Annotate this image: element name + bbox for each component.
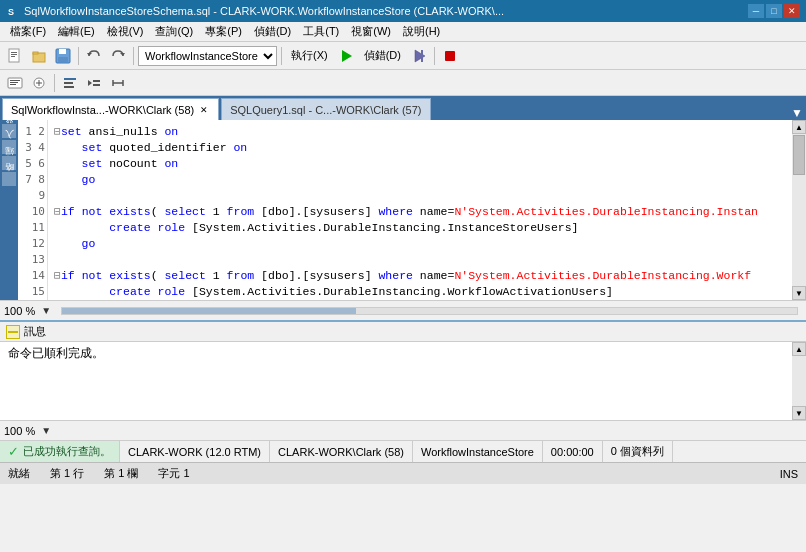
- menu-item[interactable]: 查詢(Q): [149, 22, 199, 41]
- menu-item[interactable]: 檢視(V): [101, 22, 150, 41]
- tb2-indent-btn[interactable]: [83, 72, 105, 94]
- svg-rect-24: [64, 78, 76, 80]
- zoom-bar: 100 % ▼: [0, 300, 806, 320]
- results-zoom-dropdown[interactable]: ▼: [39, 424, 53, 438]
- tb2-format-btn[interactable]: [59, 72, 81, 94]
- separator4: [434, 47, 435, 65]
- database-selector[interactable]: WorkflowInstanceStore: [138, 46, 277, 66]
- tabs-area: SqlWorkflowInsta...-WORK\Clark (58) ✕ SQ…: [0, 96, 806, 120]
- menu-bar: 檔案(F)編輯(E)檢視(V)查詢(Q)專案(P)偵錯(D)工具(T)視窗(W)…: [0, 22, 806, 42]
- scroll-up[interactable]: ▲: [792, 120, 806, 134]
- close-button[interactable]: ✕: [784, 4, 800, 18]
- results-header: 訊息: [0, 322, 806, 342]
- new-query-button[interactable]: [4, 45, 26, 67]
- bottom-col: 第 1 欄: [104, 466, 138, 481]
- redo-button[interactable]: [107, 45, 129, 67]
- bottom-bar: 就緒 第 1 行 第 1 欄 字元 1 INS: [0, 462, 806, 484]
- code-editor: 登 入 端 略 1 2 3 4 5 6 7 8 9 10 11 12 13 14…: [0, 120, 806, 300]
- tb2-comment-btn[interactable]: [107, 72, 129, 94]
- tabs-scroll[interactable]: ▼: [790, 106, 804, 120]
- status-success: ✓ 已成功執行查詢。: [0, 441, 120, 462]
- results-zoom-bar: 100 % ▼: [0, 420, 806, 440]
- svg-rect-15: [421, 50, 423, 62]
- title-bar: S SqlWorkflowInstanceStoreSchema.sql - C…: [0, 0, 806, 22]
- svg-rect-4: [11, 54, 17, 55]
- menu-item[interactable]: 偵錯(D): [248, 22, 297, 41]
- svg-rect-34: [8, 331, 18, 333]
- status-db: CLARK-WORK\Clark (58): [270, 441, 413, 462]
- results-label: 訊息: [24, 324, 46, 339]
- results-pane: 訊息 命令已順利完成。 ▲ ▼ 100 % ▼: [0, 320, 806, 440]
- sidebar-icon-1[interactable]: 登: [2, 124, 16, 138]
- sidebar-icon-2[interactable]: 入: [2, 140, 16, 154]
- results-scrollbar: ▲ ▼: [792, 342, 806, 420]
- open-button[interactable]: [28, 45, 50, 67]
- separator3: [281, 47, 282, 65]
- svg-rect-25: [64, 82, 73, 84]
- code-content[interactable]: ⊟set ansi_nulls on set quoted_identifier…: [48, 120, 792, 300]
- menu-item[interactable]: 檔案(F): [4, 22, 52, 41]
- svg-marker-27: [88, 80, 92, 86]
- editor-area: 登 入 端 略 1 2 3 4 5 6 7 8 9 10 11 12 13 14…: [0, 120, 806, 320]
- bottom-ins: INS: [780, 468, 798, 480]
- svg-rect-26: [64, 86, 74, 88]
- scroll-track: [792, 134, 806, 286]
- tab-inactive[interactable]: SQLQuery1.sql - C...-WORK\Clark (57): [221, 98, 430, 120]
- minimize-button[interactable]: ─: [748, 4, 764, 18]
- undo-button[interactable]: [83, 45, 105, 67]
- scroll-down[interactable]: ▼: [792, 286, 806, 300]
- results-zoom: 100 %: [4, 425, 35, 437]
- sidebar-icon-3[interactable]: 端: [2, 156, 16, 170]
- bottom-char: 字元 1: [158, 466, 189, 481]
- svg-rect-9: [59, 49, 66, 54]
- menu-item[interactable]: 視窗(W): [345, 22, 397, 41]
- svg-rect-5: [11, 56, 15, 57]
- separator2: [133, 47, 134, 65]
- status-rows: 0 個資料列: [603, 441, 673, 462]
- debug-icon[interactable]: [408, 45, 430, 67]
- bottom-ready: 就緒: [8, 466, 30, 481]
- menu-item[interactable]: 工具(T): [297, 22, 345, 41]
- execute-button[interactable]: 執行(X): [286, 45, 333, 67]
- stop-button[interactable]: [439, 45, 461, 67]
- tab-active[interactable]: SqlWorkflowInsta...-WORK\Clark (58) ✕: [2, 98, 219, 120]
- execute-icon[interactable]: [335, 45, 357, 67]
- sidebar-icon-4[interactable]: 略: [2, 172, 16, 186]
- svg-text:S: S: [8, 7, 14, 17]
- tb2-btn1[interactable]: [4, 72, 26, 94]
- status-dbname: WorkflowInstanceStore: [413, 441, 543, 462]
- svg-rect-28: [93, 80, 100, 82]
- separator: [78, 47, 79, 65]
- save-button[interactable]: [52, 45, 74, 67]
- results-content: 命令已順利完成。: [0, 342, 792, 420]
- results-scroll-up[interactable]: ▲: [792, 342, 806, 356]
- tab-active-close[interactable]: ✕: [198, 104, 210, 116]
- svg-rect-16: [445, 51, 455, 61]
- toolbar2: [0, 70, 806, 96]
- line-gutter: 1 2 3 4 5 6 7 8 9 10 11 12 13 14 15 16 1…: [18, 120, 48, 300]
- sidebar: 登 入 端 略: [0, 120, 18, 300]
- svg-marker-13: [342, 50, 352, 62]
- tab-inactive-label: SQLQuery1.sql - C...-WORK\Clark (57): [230, 104, 421, 116]
- svg-rect-19: [10, 82, 18, 83]
- status-check-icon: ✓: [8, 444, 19, 459]
- title-text: SqlWorkflowInstanceStoreSchema.sql - CLA…: [24, 5, 748, 17]
- menu-item[interactable]: 說明(H): [397, 22, 446, 41]
- scroll-thumb[interactable]: [793, 135, 805, 175]
- maximize-button[interactable]: □: [766, 4, 782, 18]
- toolbar1: WorkflowInstanceStore 執行(X) 偵錯(D): [0, 42, 806, 70]
- svg-rect-10: [58, 57, 68, 62]
- zoom-dropdown[interactable]: ▼: [39, 304, 53, 318]
- results-scroll-down[interactable]: ▼: [792, 406, 806, 420]
- tb2-sep: [54, 74, 55, 92]
- menu-item[interactable]: 專案(P): [199, 22, 248, 41]
- debug-button[interactable]: 偵錯(D): [359, 45, 406, 67]
- tab-active-label: SqlWorkflowInsta...-WORK\Clark (58): [11, 104, 194, 116]
- results-text: 命令已順利完成。: [8, 346, 104, 360]
- status-success-msg: 已成功執行查詢。: [23, 444, 111, 459]
- menu-item[interactable]: 編輯(E): [52, 22, 101, 41]
- svg-marker-14: [415, 50, 425, 62]
- tb2-btn2[interactable]: [28, 72, 50, 94]
- svg-rect-29: [93, 84, 100, 86]
- svg-rect-3: [11, 52, 17, 53]
